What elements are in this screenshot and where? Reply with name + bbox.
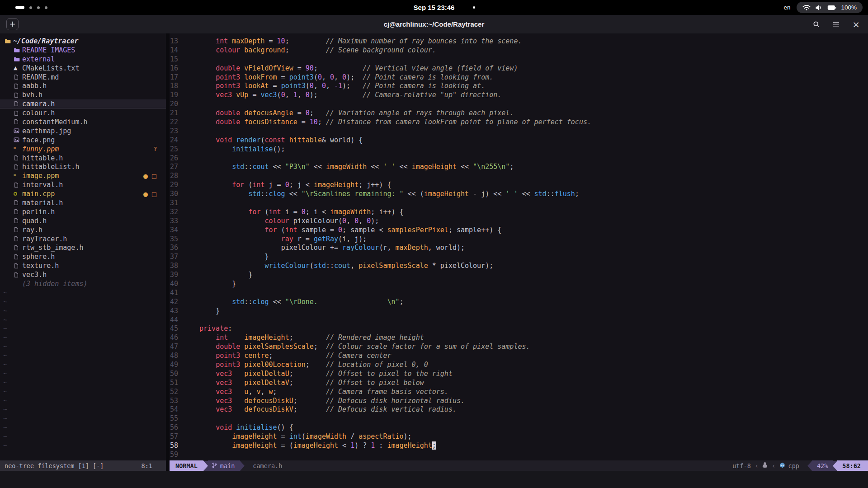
tree-item-rtw-stb-image-h[interactable]: rtw_stb_image.h	[0, 243, 166, 252]
tree-item-perlin-h[interactable]: perlin.h	[0, 207, 166, 216]
clock[interactable]: Sep 15 23:46	[0, 0, 868, 15]
code-line-18[interactable]: 18 point3 lookAt = point3(0, 0, -1); // …	[170, 81, 868, 90]
code-line-42[interactable]: 42 std::clog << "\rDone. \n";	[170, 297, 868, 306]
tree-item-image-ppm[interactable]: *image.ppm●□	[0, 171, 166, 180]
code-line-58[interactable]: 58 imageHeight = (imageHeight < 1) ? 1 :…	[170, 441, 868, 450]
code-line-49[interactable]: 49 point3 pixel00Location; // Location o…	[170, 360, 868, 369]
line-number: 25	[170, 145, 199, 153]
file-icon	[14, 92, 22, 98]
code-line-22[interactable]: 22 double focusDistance = 10; // Distanc…	[170, 117, 868, 127]
new-tab-button[interactable]: +	[6, 18, 19, 30]
code-line-51[interactable]: 51 vec3 pixelDeltaV; // Offset to pixel …	[170, 378, 868, 387]
tree-item-face-png[interactable]: face.png	[0, 136, 166, 145]
tree-item-constantmedium-h[interactable]: constantMedium.h	[0, 117, 166, 127]
encoding: utf-8	[732, 462, 751, 469]
code-line-23[interactable]: 23	[170, 127, 868, 136]
code-line-43[interactable]: 43 }	[170, 306, 868, 315]
tree-item-readme-md[interactable]: README.md	[0, 73, 166, 82]
code-line-37[interactable]: 37 }	[170, 252, 868, 261]
tree-item-ray-h[interactable]: ray.h	[0, 225, 166, 235]
code-line-27[interactable]: 27 std::cout << "P3\n" << imageWidth << …	[170, 162, 868, 171]
notification-dot	[473, 6, 475, 9]
code-line-16[interactable]: 16 double vFieldOfView = 90; // Vertical…	[170, 64, 868, 73]
tree-item-main-cpp[interactable]: main.cpp●□	[0, 189, 166, 198]
code-line-35[interactable]: 35 ray r = getRay(i, j);	[170, 235, 868, 244]
empty-line-tilde: ~	[0, 297, 166, 306]
tree-item-quad-h[interactable]: quad.h	[0, 216, 166, 225]
file-icon	[14, 245, 22, 251]
code-line-24[interactable]: 24 void render(const hittable& world) {	[170, 136, 868, 145]
tree-item-texture-h[interactable]: texture.h	[0, 261, 166, 270]
file-name: hittable.h	[22, 154, 63, 162]
code-line-46[interactable]: 46 int imageHeight; // Rendered image he…	[170, 333, 868, 342]
close-button[interactable]: ×	[852, 20, 860, 29]
tree-item-aabb-h[interactable]: aabb.h	[0, 81, 166, 90]
code-line-15[interactable]: 15	[170, 55, 868, 64]
code-line-38[interactable]: 38 writeColour(std::cout, pixelSamplesSc…	[170, 261, 868, 270]
code-line-50[interactable]: 50 vec3 pixelDeltaU; // Offset to pixel …	[170, 369, 868, 378]
menu-button[interactable]	[832, 21, 840, 28]
tree-item-readme-images[interactable]: README_IMAGES	[0, 46, 166, 55]
code-line-29[interactable]: 29 for (int j = 0; j < imageHeight; j++)…	[170, 180, 868, 189]
code-line-54[interactable]: 54 vec3 defocusDiskV; // Defocus disk ve…	[170, 405, 868, 414]
statusline-row: neo-tree filesystem [1] [-] 8:1 NORMAL m…	[0, 460, 868, 471]
code-line-41[interactable]: 41	[170, 288, 868, 297]
tree-item-funny-ppm[interactable]: *funny.ppm?	[0, 145, 166, 154]
code-line-34[interactable]: 34 for (int sample = 0; sample < samples…	[170, 225, 868, 235]
code-line-28[interactable]: 28	[170, 171, 868, 180]
file-icon	[14, 209, 22, 215]
code-line-52[interactable]: 52 vec3 u, v, w; // Camera frame basis v…	[170, 387, 868, 396]
line-number: 36	[170, 244, 199, 252]
tree-item-hittablelist-h[interactable]: hittableList.h	[0, 162, 166, 171]
code-line-33[interactable]: 33 colour pixelColour(0, 0, 0);	[170, 216, 868, 225]
tree-item-vec3-h[interactable]: vec3.h	[0, 270, 166, 279]
window-separator[interactable]	[166, 33, 170, 460]
code-line-55[interactable]: 55	[170, 414, 868, 423]
code-line-53[interactable]: 53 vec3 defocusDiskU; // Defocus disk ho…	[170, 396, 868, 405]
line-number: 59	[170, 450, 199, 459]
tree-item-material-h[interactable]: material.h	[0, 198, 166, 207]
code-line-20[interactable]: 20	[170, 99, 868, 108]
circle-icon	[14, 192, 22, 196]
code-line-59[interactable]: 59	[170, 450, 868, 459]
code-line-48[interactable]: 48 point3 centre; // Camera center	[170, 351, 868, 360]
code-line-40[interactable]: 40 }	[170, 279, 868, 288]
code-line-25[interactable]: 25 initialise();	[170, 145, 868, 154]
code-line-47[interactable]: 47 double pixelSamplesScale; // Colour s…	[170, 342, 868, 351]
line-number: 28	[170, 172, 199, 180]
tree-item-camera-h[interactable]: camera.h	[0, 99, 166, 108]
tree-item-bvh-h[interactable]: bvh.h	[0, 90, 166, 99]
tree-item-code-raytracer[interactable]: ~/Code/Raytracer	[0, 37, 166, 46]
code-line-17[interactable]: 17 point3 lookFrom = point3(0, 0, 0); //…	[170, 73, 868, 82]
code-line-19[interactable]: 19 vec3 vUp = vec3(0, 1, 0); // Camera-r…	[170, 90, 868, 99]
code-line-13[interactable]: 13 int maxDepth = 10; // Maximum number …	[170, 37, 868, 46]
code-line-36[interactable]: 36 pixelColour += rayColour(r, maxDepth,…	[170, 243, 868, 252]
code-line-14[interactable]: 14 colour background; // Scene backgroun…	[170, 46, 868, 55]
code-line-44[interactable]: 44	[170, 315, 868, 324]
editor-pane[interactable]: 13 int maxDepth = 10; // Maximum number …	[170, 33, 868, 460]
code-line-31[interactable]: 31	[170, 198, 868, 207]
tree-item-colour-h[interactable]: colour.h	[0, 108, 166, 117]
code-line-21[interactable]: 21 double defocusAngle = 0; // Variation…	[170, 108, 868, 117]
tree-item-cmakelists-txt[interactable]: ▲CMakeLists.txt	[0, 64, 166, 73]
search-button[interactable]	[813, 21, 820, 28]
keyboard-layout[interactable]: en	[783, 4, 790, 11]
code-line-57[interactable]: 57 imageHeight = int(imageWidth / aspect…	[170, 432, 868, 441]
code-line-26[interactable]: 26	[170, 154, 868, 163]
tree-item-external[interactable]: external	[0, 55, 166, 64]
code-line-56[interactable]: 56 void initialise() {	[170, 423, 868, 432]
tree-item-3-hidden-items[interactable]: (3 hidden items)	[0, 279, 166, 288]
system-menu[interactable]: 100%	[797, 2, 863, 13]
tree-item-interval-h[interactable]: interval.h	[0, 180, 166, 189]
text-icon: ▲	[14, 65, 22, 71]
code-line-30[interactable]: 30 std::clog << "\rScanlines remaining: …	[170, 189, 868, 198]
code-line-45[interactable]: 45private:	[170, 324, 868, 333]
tree-item-earthmap-jpg[interactable]: earthmap.jpg	[0, 127, 166, 136]
tree-item-raytracer-h[interactable]: rayTracer.h	[0, 235, 166, 244]
line-number: 26	[170, 154, 199, 162]
tree-item-hittable-h[interactable]: hittable.h	[0, 154, 166, 163]
code-line-32[interactable]: 32 for (int i = 0; i < imageWidth; i++) …	[170, 207, 868, 216]
powerline-separator	[203, 461, 208, 471]
code-line-39[interactable]: 39 }	[170, 270, 868, 279]
tree-item-sphere-h[interactable]: sphere.h	[0, 252, 166, 261]
